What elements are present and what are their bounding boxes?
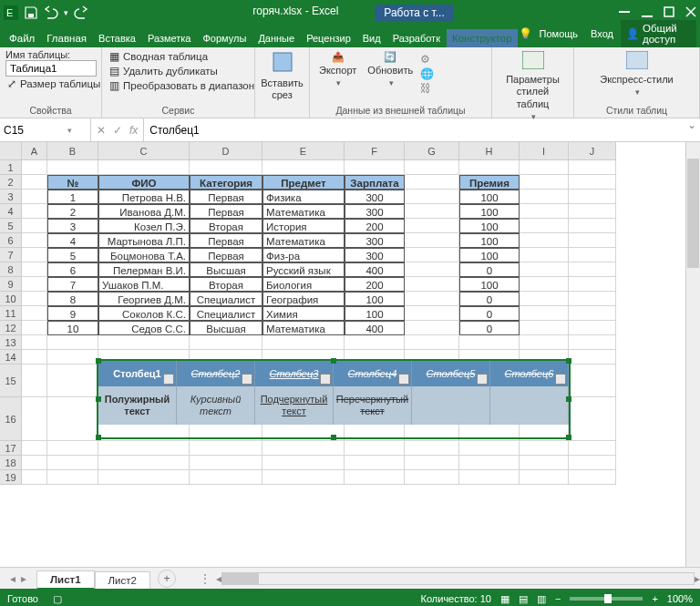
row-header[interactable]: 16: [0, 397, 22, 441]
table-column-header[interactable]: Столбец5: [412, 361, 490, 386]
share-button[interactable]: 👤Общий доступ: [621, 20, 696, 47]
cell[interactable]: [520, 335, 569, 350]
cell[interactable]: 200: [345, 219, 405, 233]
cell[interactable]: 1: [47, 190, 98, 204]
cell[interactable]: 10: [47, 321, 98, 335]
cell[interactable]: [47, 441, 98, 456]
cell[interactable]: 100: [459, 219, 520, 233]
cell[interactable]: [520, 233, 569, 248]
cell[interactable]: [520, 262, 569, 277]
column-header[interactable]: I: [520, 142, 569, 160]
cell[interactable]: [520, 441, 569, 456]
table-name-input[interactable]: [5, 60, 97, 77]
cell[interactable]: 6: [47, 262, 98, 277]
cell[interactable]: [22, 219, 47, 233]
cell[interactable]: [569, 365, 616, 397]
ribbon-options-icon[interactable]: [618, 5, 631, 21]
save-icon[interactable]: [24, 5, 38, 20]
expand-formula-icon[interactable]: ⌄: [684, 118, 700, 141]
cell[interactable]: Козел П.Э.: [98, 219, 190, 233]
table-cell[interactable]: Перечеркнутый текст: [334, 386, 412, 425]
cell[interactable]: [98, 470, 190, 485]
row-header[interactable]: 4: [0, 204, 22, 219]
cell[interactable]: 0: [459, 292, 520, 306]
cell[interactable]: Первая: [190, 248, 262, 262]
cell[interactable]: [569, 306, 616, 321]
cell[interactable]: Мартынова Л.П.: [98, 233, 190, 248]
cell[interactable]: 200: [345, 277, 405, 292]
cell[interactable]: №: [47, 175, 98, 190]
cell[interactable]: [47, 160, 98, 175]
selected-table[interactable]: Столбец1Столбец2Столбец3Столбец4Столбец5…: [98, 361, 569, 437]
filter-dropdown-icon[interactable]: [555, 374, 566, 385]
table-column-header[interactable]: Столбец1: [98, 361, 177, 386]
cell[interactable]: 100: [345, 306, 405, 321]
cell[interactable]: [190, 335, 262, 350]
cell[interactable]: Петрова Н.В.: [98, 190, 190, 204]
table-cell[interactable]: [412, 386, 490, 425]
cell[interactable]: Математика: [262, 233, 345, 248]
cell[interactable]: [405, 456, 459, 470]
table-cell[interactable]: [490, 386, 569, 425]
cell[interactable]: Первая: [190, 190, 262, 204]
cell[interactable]: [405, 441, 459, 456]
cell[interactable]: [22, 262, 47, 277]
cell[interactable]: [459, 456, 520, 470]
view-break-icon[interactable]: ▥: [537, 593, 546, 605]
tab-view[interactable]: Вид: [357, 29, 386, 47]
zoom-slider[interactable]: [570, 597, 643, 601]
cell[interactable]: [22, 306, 47, 321]
cell[interactable]: [345, 456, 405, 470]
view-normal-icon[interactable]: ▦: [500, 593, 510, 605]
cell[interactable]: Пелерман В.И.: [98, 262, 190, 277]
cell[interactable]: [262, 335, 345, 350]
cell[interactable]: 0: [459, 262, 520, 277]
column-header[interactable]: E: [262, 142, 345, 160]
cell[interactable]: Премия: [459, 175, 520, 190]
cell[interactable]: Седов С.С.: [98, 321, 190, 335]
cell[interactable]: Зарплата: [345, 175, 405, 190]
open-browser-icon[interactable]: 🌐: [420, 67, 434, 80]
cell[interactable]: [569, 321, 616, 335]
quick-styles-button[interactable]: Экспресс-стили: [580, 49, 694, 99]
column-header[interactable]: B: [47, 142, 98, 160]
table-cell[interactable]: Подчеркнутый текст: [255, 386, 334, 425]
cell[interactable]: [22, 190, 47, 204]
cell[interactable]: ФИО: [98, 175, 190, 190]
row-header[interactable]: 1: [0, 160, 22, 175]
row-header[interactable]: 17: [0, 441, 22, 456]
cell[interactable]: [520, 321, 569, 335]
cell[interactable]: [262, 456, 345, 470]
macro-record-icon[interactable]: ▢: [53, 593, 62, 605]
cell[interactable]: [22, 204, 47, 219]
cell[interactable]: [520, 219, 569, 233]
row-header[interactable]: 18: [0, 456, 22, 470]
cell[interactable]: [459, 160, 520, 175]
cell[interactable]: Ушаков П.М.: [98, 277, 190, 292]
tab-file[interactable]: Файл: [4, 29, 40, 47]
cell[interactable]: [405, 233, 459, 248]
cell[interactable]: [520, 204, 569, 219]
cell[interactable]: [405, 321, 459, 335]
tab-review[interactable]: Рецензир: [301, 29, 356, 47]
table-cell[interactable]: Полужирный текст: [98, 386, 177, 425]
cell[interactable]: [190, 456, 262, 470]
cell[interactable]: [459, 335, 520, 350]
cell[interactable]: [22, 470, 47, 485]
horizontal-scrollbar[interactable]: [221, 572, 695, 585]
cell[interactable]: [22, 441, 47, 456]
filter-dropdown-icon[interactable]: [242, 374, 252, 385]
filter-dropdown-icon[interactable]: [477, 374, 488, 385]
cell[interactable]: [520, 277, 569, 292]
pivot-table-button[interactable]: ▦Сводная таблица: [108, 49, 249, 64]
cell[interactable]: Специалист: [190, 306, 262, 321]
refresh-button[interactable]: 🔄Обновить: [364, 49, 417, 90]
cell[interactable]: География: [262, 292, 345, 306]
cell[interactable]: 0: [459, 321, 520, 335]
cell[interactable]: [345, 441, 405, 456]
cell[interactable]: История: [262, 219, 345, 233]
cell[interactable]: [405, 470, 459, 485]
tab-help[interactable]: Помощь: [534, 25, 584, 43]
table-column-header[interactable]: Столбец4: [334, 361, 412, 386]
cell[interactable]: [22, 160, 47, 175]
